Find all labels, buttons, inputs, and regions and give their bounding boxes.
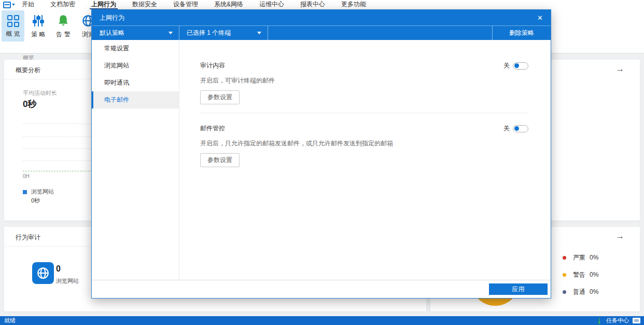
menu-item-device-mgmt[interactable]: 设备管理 [172, 0, 200, 9]
menu-item-internet-behavior[interactable]: 上网行为 [90, 0, 118, 9]
chevron-down-icon [12, 4, 15, 6]
menu-item-data-security[interactable]: 数据安全 [131, 0, 159, 9]
legend-value: 0% [590, 271, 598, 278]
toggle-knob [514, 63, 519, 68]
sliders-icon [32, 14, 45, 28]
legend-value: 0秒 [31, 197, 40, 205]
menu-item-more[interactable]: 更多功能 [340, 0, 368, 9]
toolbar-spacer [268, 26, 493, 40]
modal-toolbar: 默认策略 已选择 1 个终端 删除策略 [92, 25, 551, 40]
chart-legend: 浏览网站 [23, 188, 54, 196]
policy-dropdown-value: 默认策略 [100, 29, 124, 37]
policy-dropdown[interactable]: 默认策略 [92, 26, 179, 40]
sidebar-item-browse-websites[interactable]: 浏览网站 [92, 57, 179, 74]
ribbon-button-policy[interactable]: 策 略 [27, 10, 50, 42]
section-title: 邮件管控 [200, 124, 225, 133]
audit-content-section: 审计内容 关 开启后，可审计终端的邮件 参数设置 [200, 61, 528, 104]
menu-item-report-center[interactable]: 报表中心 [299, 0, 327, 9]
legend-label: 浏览网站 [31, 188, 54, 196]
audit-content-toggle[interactable] [513, 62, 528, 70]
chevron-down-icon [169, 32, 173, 34]
menu-item-doc-encrypt[interactable]: 文档加密 [49, 0, 77, 9]
param-settings-button[interactable]: 参数设置 [200, 153, 240, 167]
delete-policy-button[interactable]: 删除策略 [493, 26, 551, 40]
legend-item-normal: 普通 0% [563, 288, 598, 295]
task-center-button[interactable]: 任务中心 [606, 317, 629, 324]
chevron-down-icon [257, 32, 261, 34]
x-axis-label: 0H [23, 173, 30, 179]
ribbon-button-label: 概 览 [6, 30, 20, 38]
legend-label: 严重 [573, 253, 585, 262]
modal-titlebar: 上网行为 ✕ [92, 10, 551, 25]
tray-icon[interactable] [633, 318, 640, 323]
toggle-state-label: 关 [503, 61, 510, 70]
legend-label: 警告 [573, 270, 585, 279]
legend-label: 普通 [573, 288, 585, 296]
internet-behavior-modal: 上网行为 ✕ 默认策略 已选择 1 个终端 删除策略 常规设置 浏览网站 即时通… [91, 9, 551, 299]
globe-icon [36, 266, 50, 280]
overview-grid-icon [7, 15, 19, 27]
arrow-right-icon[interactable]: → [615, 64, 624, 74]
section-title: 审计内容 [200, 61, 225, 70]
legend-value: 0% [590, 254, 598, 261]
sidebar-item-instant-messaging[interactable]: 即时通讯 [92, 74, 179, 91]
audit-count-label: 浏览网站 [56, 277, 79, 285]
app-window-icon [3, 2, 11, 8]
warning-dot-icon [563, 273, 566, 277]
legend-swatch [23, 190, 27, 194]
ribbon-button-label: 告 警 [56, 30, 70, 39]
severe-dot-icon [563, 256, 566, 260]
card-title: 概要分析 [16, 66, 40, 75]
menubar: 开始 文档加密 上网行为 数据安全 设备管理 系统&网络 运维中心 报表中心 更… [0, 0, 644, 9]
close-icon[interactable]: ✕ [529, 14, 551, 22]
card-title: 行为审计 [16, 233, 40, 242]
menu-item-system-network[interactable]: 系统&网络 [213, 0, 245, 9]
modal-sidebar: 常规设置 浏览网站 即时通讯 电子邮件 [92, 40, 179, 280]
normal-dot-icon [563, 290, 566, 294]
metric-label: 平均活动时长 [23, 89, 57, 97]
menu-item-ops-center[interactable]: 运维中心 [258, 0, 286, 9]
modal-footer: 应用 [92, 280, 551, 298]
download-arrow-icon: ⭳ [596, 318, 603, 324]
ribbon-button-overview[interactable]: 概 览 [2, 10, 24, 42]
app-menu-button[interactable] [3, 2, 15, 8]
divider [200, 113, 528, 113]
terminal-dropdown-value: 已选择 1 个终端 [187, 29, 231, 37]
modal-content: 审计内容 关 开启后，可审计终端的邮件 参数设置 邮件管控 关 [179, 40, 551, 280]
modal-body: 常规设置 浏览网站 即时通讯 电子邮件 审计内容 关 开启后，可审计终端的邮件 … [92, 40, 551, 280]
toggle-knob [514, 126, 519, 131]
section-description: 开启后，可审计终端的邮件 [200, 76, 528, 85]
mail-control-toggle[interactable] [513, 125, 528, 132]
browse-website-tile[interactable] [32, 262, 54, 284]
alerts-legend: 严重 0% 警告 0% 普通 0% [563, 254, 598, 305]
bell-icon [57, 14, 70, 28]
sidebar-item-general-settings[interactable]: 常规设置 [92, 40, 179, 57]
metric-value: 0秒 [23, 98, 36, 110]
audit-count: 0 [56, 264, 61, 274]
arrow-right-icon[interactable]: → [615, 231, 624, 241]
legend-item-warning: 警告 0% [563, 271, 598, 278]
status-text: 就绪 [0, 317, 16, 324]
modal-title: 上网行为 [92, 13, 124, 22]
ribbon-button-alert[interactable]: 告 警 [52, 10, 75, 42]
sidebar-item-email[interactable]: 电子邮件 [92, 91, 179, 109]
menu-item-start[interactable]: 开始 [20, 0, 36, 9]
apply-button[interactable]: 应用 [489, 283, 548, 295]
application-window: 开始 文档加密 上网行为 数据安全 设备管理 系统&网络 运维中心 报表中心 更… [0, 0, 644, 325]
ribbon-button-label: 策 略 [31, 30, 45, 39]
section-description: 开启后，只允许指定的邮箱发送邮件，或只允许邮件发送到指定的邮箱 [200, 139, 528, 148]
statusbar: 就绪 ⭳ 任务中心 [0, 316, 644, 325]
toggle-state-label: 关 [503, 124, 510, 133]
param-settings-button[interactable]: 参数设置 [200, 90, 240, 104]
legend-item-severe: 严重 0% [563, 254, 598, 261]
mail-control-section: 邮件管控 关 开启后，只允许指定的邮箱发送邮件，或只允许邮件发送到指定的邮箱 参… [200, 124, 528, 167]
legend-value: 0% [590, 288, 598, 295]
terminal-dropdown[interactable]: 已选择 1 个终端 [179, 26, 268, 40]
